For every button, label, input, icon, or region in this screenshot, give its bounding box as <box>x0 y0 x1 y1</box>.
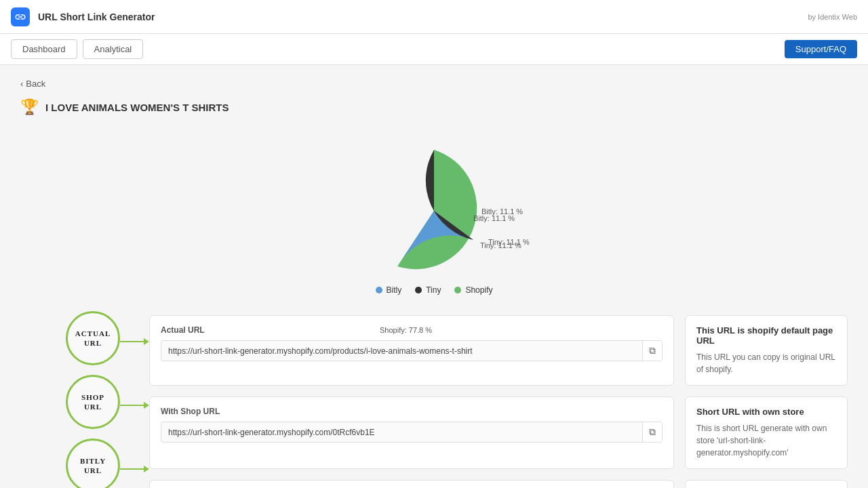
shop-url-input[interactable] <box>161 423 642 442</box>
back-link[interactable]: ‹ Back <box>20 79 848 89</box>
actual-url-circle: Actual URL <box>66 311 120 365</box>
actual-url-circle-row: Actual URL <box>66 315 149 368</box>
bitly-label: Bitly: 11.1 % <box>473 214 515 222</box>
shop-info-title: Short URL with own store <box>696 407 836 417</box>
actual-url-copy-button[interactable]: ⧉ <box>642 341 662 361</box>
pie-chart: Bitly: 11.1 % Tiny: 11.1 % Shopify: 77.8… <box>332 129 536 279</box>
chart-section: Bitly: 11.1 % Tiny: 11.1 % Shopify: 77.8… <box>20 129 848 295</box>
bitly-line <box>120 468 144 470</box>
shop-url-row: With Shop URL ⧉ Short URL with own store… <box>149 396 848 469</box>
app-title: URL Short Link Generator <box>38 12 155 22</box>
tiny-legend-label: Tiny <box>426 285 441 295</box>
bitly-url-circle: Bitly URL <box>66 439 120 488</box>
bitly-dot <box>376 287 382 293</box>
shopify-legend-label: Shopify <box>465 285 492 295</box>
actual-info-card: This URL is shopify default page URL Thi… <box>685 315 848 386</box>
main-content: ‹ Back 🏆 I LOVE ANIMALS WOMEN'S T SHIRTS <box>0 65 868 488</box>
app-logo <box>11 7 30 26</box>
shop-circle-line2: URL <box>84 402 102 411</box>
shop-arrow <box>120 402 149 409</box>
legend-tiny: Tiny <box>415 285 441 295</box>
product-icon: 🏆 <box>20 98 39 116</box>
shop-info-card: Short URL with own store This is short U… <box>685 396 848 469</box>
nav-left: Dashboard Analytical <box>11 39 143 59</box>
nav-bar: Dashboard Analytical Support/FAQ <box>0 34 868 65</box>
shopify-dot <box>454 287 461 293</box>
header-left: URL Short Link Generator <box>11 7 155 26</box>
shop-info-text: This is short URL generate with own stor… <box>696 422 836 459</box>
header: URL Short Link Generator by Identix Web <box>0 0 868 34</box>
chart-legend: Bitly Tiny Shopify <box>376 285 493 295</box>
bitly-circle-line1: Bitly <box>80 456 106 466</box>
bitly-legend-label: Bitly <box>387 285 402 295</box>
actual-info-title: This URL is shopify default page URL <box>696 325 836 346</box>
product-title: I LOVE ANIMALS WOMEN'S T SHIRTS <box>45 102 229 113</box>
sidebar-circles: Actual URL Shop URL <box>20 315 149 488</box>
bitly-circle-line2: URL <box>84 466 102 475</box>
chevron-left-icon: ‹ <box>20 79 23 89</box>
actual-info-text: This URL you can copy is original URL of… <box>696 351 836 375</box>
actual-circle-line2: URL <box>84 338 102 348</box>
actual-arrow <box>120 338 149 345</box>
tiny-label: Tiny: 11.1 % <box>480 241 521 249</box>
dashboard-button[interactable]: Dashboard <box>11 39 77 59</box>
actual-arrowhead <box>144 338 149 345</box>
product-header: 🏆 I LOVE ANIMALS WOMEN'S T SHIRTS <box>20 98 848 116</box>
tiny-dot <box>415 287 422 293</box>
url-cards-column: Actual URL ⧉ This URL is shopify default… <box>149 315 848 488</box>
actual-url-input-wrap: ⧉ <box>161 340 663 361</box>
back-label: Back <box>26 79 45 89</box>
bitly-url-card: Bitly URL ⧉ 👁 <box>149 480 674 488</box>
actual-url-row: Actual URL ⧉ This URL is shopify default… <box>149 315 848 386</box>
header-by: by Identix Web <box>808 13 857 21</box>
analytical-button[interactable]: Analytical <box>83 39 144 59</box>
shop-circle-line1: Shop <box>81 392 104 402</box>
bitly-info-card: Short URL with Bitly This is short URL g… <box>685 480 848 488</box>
bitly-url-circle-row: Bitly URL <box>66 443 149 488</box>
shop-url-circle-row: Shop URL <box>66 379 149 432</box>
content-area: Actual URL Shop URL <box>20 315 848 488</box>
shop-url-copy-button[interactable]: ⧉ <box>642 422 662 442</box>
shop-line <box>120 405 144 406</box>
shop-url-label: With Shop URL <box>161 407 663 416</box>
bitly-arrowhead <box>144 466 149 472</box>
shop-arrowhead <box>144 402 149 409</box>
shopify-label: Shopify: 77.8 % <box>380 326 432 334</box>
bitly-arrow <box>120 466 149 472</box>
shop-url-input-wrap: ⧉ <box>161 422 663 443</box>
actual-circle-line1: Actual <box>75 329 111 338</box>
legend-shopify: Shopify <box>454 285 492 295</box>
support-button[interactable]: Support/FAQ <box>785 40 857 58</box>
actual-line <box>120 341 144 342</box>
bitly-url-row: Bitly URL ⧉ 👁 Short URL with Bitly This … <box>149 480 848 488</box>
shop-url-circle: Shop URL <box>66 375 120 429</box>
shop-url-card: With Shop URL ⧉ <box>149 396 674 469</box>
actual-url-input[interactable] <box>161 342 642 361</box>
legend-bitly: Bitly <box>376 285 402 295</box>
